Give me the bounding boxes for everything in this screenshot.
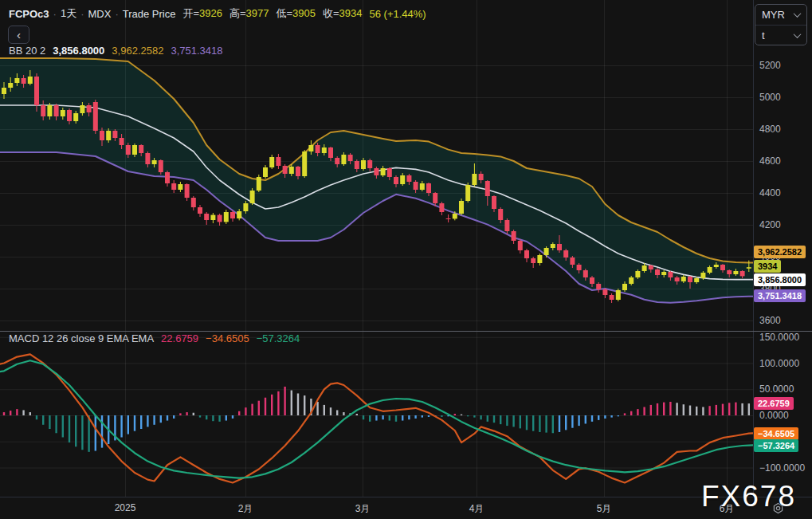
macd-hist-tag: 22.6759 <box>754 397 794 410</box>
price-axis[interactable]: 520050004800460044004200400038003600150.… <box>753 0 812 497</box>
chevron-left-icon: ‹ <box>17 28 21 41</box>
open-label: 开= <box>182 7 199 19</box>
time-label: 3月 <box>355 502 371 516</box>
macd-tick: 50.0000 <box>759 383 794 395</box>
bb-indicator-legend[interactable]: BB 20 2 3,856.8000 3,962.2582 3,751.3418 <box>9 45 223 57</box>
time-axis[interactable]: 20252月3月4月5月6月 <box>0 497 812 519</box>
back-button[interactable]: ‹ <box>8 26 29 44</box>
macd-title: MACD 12 26 close 9 EMA EMA <box>9 332 154 344</box>
high-label: 高= <box>229 7 246 19</box>
open-field: 开=3926 <box>182 6 222 21</box>
price-tick: 4400 <box>759 187 781 199</box>
bb-basis-value: 3,856.8000 <box>53 45 104 57</box>
close-value: 3934 <box>339 7 363 19</box>
price-tick: 5000 <box>759 92 781 103</box>
price-tick: 4600 <box>759 155 781 167</box>
bb-upper-price-tag: 3,962.2582 <box>754 246 806 258</box>
macd-indicator-legend[interactable]: MACD 12 26 close 9 EMA EMA 22.6759 −34.6… <box>9 332 300 344</box>
price-tick: 4800 <box>759 124 781 135</box>
interval-value: 1天 <box>61 6 76 21</box>
time-label: 2月 <box>238 502 253 516</box>
macd-tick: 0.0000 <box>759 410 789 421</box>
macd-line-tag: −34.6505 <box>754 427 798 440</box>
chart-canvas[interactable] <box>0 0 812 519</box>
bb-lower-value: 3,751.3418 <box>171 45 222 57</box>
change-value: 56 (+1.44%) <box>370 8 426 20</box>
high-value: 3977 <box>246 7 269 19</box>
bb-basis-price-tag: 3,856.8000 <box>754 273 806 286</box>
trading-chart-screen: FCPOc3 · 1天 · MDX · Trade Price 开=3926 高… <box>0 0 812 519</box>
low-value: 3905 <box>292 7 316 19</box>
time-label: 5月 <box>597 502 612 516</box>
close-label: 收= <box>323 7 339 19</box>
separator-dot: · <box>80 8 84 20</box>
symbol-header[interactable]: FCPOc3 · 1天 · MDX · Trade Price 开=3926 高… <box>9 6 426 21</box>
series-type: Trade Price <box>123 8 176 20</box>
time-label: 4月 <box>469 502 484 516</box>
symbol-name: FCPOc3 <box>9 8 49 20</box>
macd-tick: 150.0000 <box>759 332 799 343</box>
macd-signal-value: −57.3264 <box>257 332 300 344</box>
price-tick: 3600 <box>759 315 781 326</box>
macd-signal-tag: −57.3264 <box>754 439 798 452</box>
bb-title: BB 20 2 <box>9 45 45 57</box>
macd-line-value: −34.6505 <box>206 332 249 344</box>
low-label: 低= <box>276 7 292 19</box>
exchange-name: MDX <box>88 8 112 20</box>
macd-tick: 100.0000 <box>759 358 799 369</box>
close-field: 收=3934 <box>323 6 363 21</box>
bb-lower-price-tag: 3,751.3418 <box>754 289 806 302</box>
last-price-tag: 3934 <box>754 260 781 273</box>
separator-dot: · <box>53 8 57 20</box>
bb-upper-value: 3,962.2582 <box>112 45 163 57</box>
macd-hist-value: 22.6759 <box>161 332 198 344</box>
time-label: 2025 <box>115 502 136 513</box>
low-field: 低=3905 <box>276 6 316 21</box>
high-field: 高=3977 <box>229 6 269 21</box>
watermark: FX678 <box>701 480 796 513</box>
macd-tick: −100.0000 <box>759 462 805 474</box>
price-tick: 4200 <box>759 219 781 230</box>
open-value: 3926 <box>199 7 222 19</box>
separator-dot: · <box>115 8 118 20</box>
price-tick: 5200 <box>759 60 781 71</box>
